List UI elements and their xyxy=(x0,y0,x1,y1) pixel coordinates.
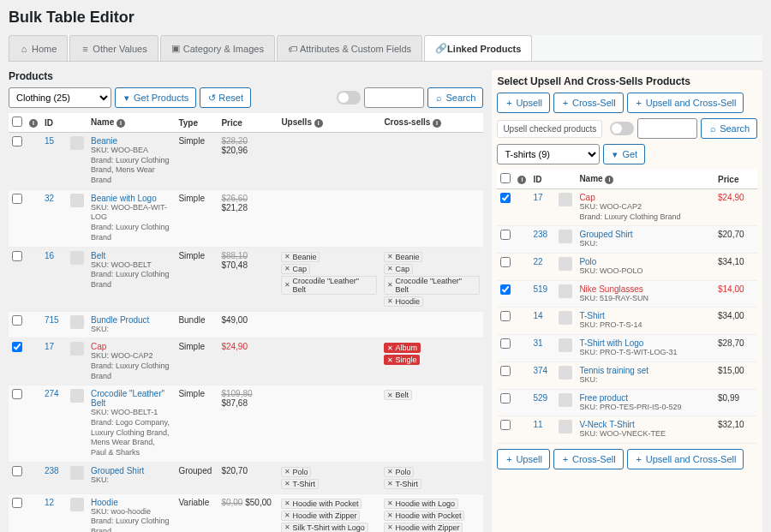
product-name[interactable]: Nike Sunglasses xyxy=(579,284,642,294)
row-checkbox[interactable] xyxy=(500,338,511,349)
remove-icon[interactable]: ✕ xyxy=(387,344,393,352)
remove-icon[interactable]: ✕ xyxy=(284,499,290,507)
row-checkbox[interactable] xyxy=(12,342,22,352)
tag[interactable]: ✕Hoodie with Logo xyxy=(384,499,458,509)
col-id[interactable]: ID xyxy=(41,113,67,133)
remove-icon[interactable]: ✕ xyxy=(387,265,393,272)
tag[interactable]: ✕T-Shirt xyxy=(281,479,319,489)
col-upsells[interactable]: Upsells i xyxy=(278,113,380,133)
row-id[interactable]: 715 xyxy=(45,315,59,325)
toggle[interactable] xyxy=(337,91,361,105)
product-name[interactable]: Cap xyxy=(579,193,595,202)
col-id[interactable]: ID xyxy=(529,170,555,189)
tag[interactable]: ✕T-Shirt xyxy=(384,479,421,489)
tag[interactable]: ✕Hoodie with Zipper xyxy=(281,511,360,521)
row-checkbox[interactable] xyxy=(12,389,22,399)
col-price[interactable]: Price xyxy=(714,170,757,189)
remove-icon[interactable]: ✕ xyxy=(387,281,393,289)
get-button[interactable]: ▾Get xyxy=(603,144,645,164)
tag[interactable]: ✕Beanie xyxy=(281,252,320,262)
tag[interactable]: ✕Cap xyxy=(281,264,310,274)
row-id[interactable]: 529 xyxy=(533,393,547,403)
remove-icon[interactable]: ✕ xyxy=(284,281,290,289)
upsell-cross-button-bottom[interactable]: +Upsell and Cross-Sell xyxy=(627,449,744,469)
row-id[interactable]: 31 xyxy=(533,338,542,348)
row-checkbox[interactable] xyxy=(12,498,22,508)
row-checkbox[interactable] xyxy=(500,420,511,430)
row-id[interactable]: 32 xyxy=(45,194,54,203)
remove-icon[interactable]: ✕ xyxy=(387,499,393,507)
cross-sell-button[interactable]: +Cross-Sell xyxy=(553,93,624,113)
remove-icon[interactable]: ✕ xyxy=(284,253,290,260)
product-name[interactable]: Grouped Shirt xyxy=(579,230,632,239)
remove-icon[interactable]: ✕ xyxy=(387,468,393,475)
col-name[interactable]: Name i xyxy=(576,170,714,189)
row-id[interactable]: 374 xyxy=(533,366,547,375)
get-products-button[interactable]: ▾Get Products xyxy=(115,87,196,108)
row-id[interactable]: 11 xyxy=(533,420,542,429)
tab-other-values[interactable]: ≡Other Values xyxy=(69,35,158,61)
product-name[interactable]: Polo xyxy=(579,257,596,266)
row-id[interactable]: 519 xyxy=(533,284,547,294)
search-input[interactable] xyxy=(364,87,424,108)
right-search-input[interactable] xyxy=(637,118,697,139)
tag[interactable]: ✕Belt xyxy=(384,390,412,400)
row-checkbox[interactable] xyxy=(12,466,22,476)
row-checkbox[interactable] xyxy=(500,311,511,321)
row-checkbox[interactable] xyxy=(12,315,22,326)
product-name[interactable]: Free product xyxy=(579,393,628,403)
tab-home[interactable]: ⌂Home xyxy=(9,35,68,61)
tag[interactable]: ✕Hoodie with Zipper xyxy=(384,523,463,532)
remove-icon[interactable]: ✕ xyxy=(387,523,393,531)
tab-linked-products[interactable]: 🔗Linked Products xyxy=(424,35,532,61)
row-id[interactable]: 238 xyxy=(45,466,59,475)
tab-attributes-custom-fields[interactable]: 🏷Attributes & Custom Fields xyxy=(277,35,422,61)
product-name[interactable]: T-Shirt xyxy=(579,311,604,320)
right-category-select[interactable]: T-shirts (9) xyxy=(497,144,600,164)
product-name[interactable]: Belt xyxy=(91,251,105,260)
product-name[interactable]: Tennis training set xyxy=(579,366,648,375)
row-checkbox[interactable] xyxy=(500,284,511,295)
upsell-cross-button[interactable]: +Upsell and Cross-Sell xyxy=(627,93,744,113)
col-type[interactable]: Type xyxy=(175,113,218,133)
row-id[interactable]: 238 xyxy=(533,230,547,239)
row-id[interactable]: 15 xyxy=(45,136,54,146)
col-price[interactable]: Price xyxy=(218,113,278,133)
tag[interactable]: ✕Hoodie with Pocket xyxy=(281,499,362,509)
product-name[interactable]: T-Shirt with Logo xyxy=(579,338,643,348)
tag[interactable]: ✕Beanie xyxy=(384,252,422,262)
remove-icon[interactable]: ✕ xyxy=(284,265,290,272)
product-name[interactable]: Beanie xyxy=(91,136,117,146)
product-name[interactable]: Cap xyxy=(91,342,106,351)
row-checkbox[interactable] xyxy=(500,393,511,403)
reset-button[interactable]: ↺Reset xyxy=(200,87,251,108)
tag[interactable]: ✕Polo xyxy=(281,467,311,477)
tag[interactable]: ✕Single xyxy=(384,355,420,365)
col-name[interactable]: Name i xyxy=(87,113,175,133)
toggle[interactable] xyxy=(610,122,634,135)
tab-category-images[interactable]: ▣Category & Images xyxy=(160,35,275,61)
product-name[interactable]: Hoodie xyxy=(91,498,118,507)
right-search-button[interactable]: ⌕Search xyxy=(701,118,757,139)
search-button[interactable]: ⌕Search xyxy=(427,87,484,108)
product-name[interactable]: Grouped Shirt xyxy=(91,466,144,475)
row-checkbox[interactable] xyxy=(12,251,22,261)
remove-icon[interactable]: ✕ xyxy=(387,392,393,399)
tag[interactable]: ✕Crocodile "Leather" Belt xyxy=(281,276,377,295)
row-id[interactable]: 16 xyxy=(45,251,54,260)
tag[interactable]: ✕Cap xyxy=(384,264,413,274)
cross-sell-button-bottom[interactable]: +Cross-Sell xyxy=(553,449,624,469)
remove-icon[interactable]: ✕ xyxy=(284,468,290,475)
remove-icon[interactable]: ✕ xyxy=(284,480,290,487)
select-all-checkbox[interactable] xyxy=(12,117,22,127)
remove-icon[interactable]: ✕ xyxy=(387,480,393,487)
row-id[interactable]: 22 xyxy=(533,257,542,266)
tag[interactable]: ✕Hoodie with Pocket xyxy=(384,511,464,521)
tag[interactable]: ✕Crocodile "Leather" Belt xyxy=(384,276,480,295)
product-name[interactable]: Bundle Product xyxy=(91,315,149,325)
product-name[interactable]: V-Neck T-Shirt xyxy=(579,420,634,429)
remove-icon[interactable]: ✕ xyxy=(387,356,393,364)
tag[interactable]: ✕Hoodie xyxy=(384,296,423,307)
row-id[interactable]: 14 xyxy=(533,311,542,320)
row-id[interactable]: 12 xyxy=(45,498,54,507)
